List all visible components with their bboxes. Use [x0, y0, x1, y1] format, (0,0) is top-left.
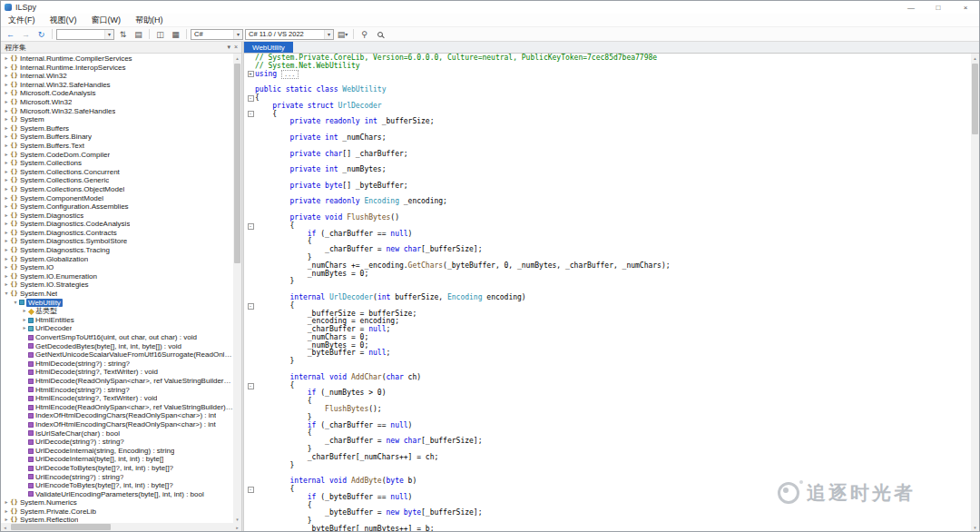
expander-icon[interactable]: ▸	[3, 64, 10, 73]
tree-item[interactable]: HtmlEncode(string?, TextWriter) : void	[1, 394, 233, 403]
tree-item[interactable]: ▸{}System.Collections.Generic	[1, 176, 233, 185]
tree-item[interactable]: ▸{}Internal.Runtime.CompilerServices	[1, 54, 233, 64]
fold-toggle-icon[interactable]: -	[248, 223, 254, 230]
tree-item[interactable]: ▸{}System.Collections.Concurrent	[1, 168, 233, 177]
expander-icon[interactable]: ▸	[3, 142, 10, 151]
maximize-button[interactable]: □	[925, 1, 952, 14]
expander-icon[interactable]: ▸	[3, 516, 10, 523]
tree-item[interactable]: ▸{}Microsoft.Win32	[1, 98, 233, 107]
menu-help[interactable]: 帮助(H)	[128, 15, 171, 26]
tree-item[interactable]: ▾{}System.Net	[1, 290, 233, 299]
expander-icon[interactable]: ▸	[3, 159, 10, 168]
fold-toggle-icon[interactable]: -	[248, 303, 254, 310]
expander-icon[interactable]: ▸	[21, 316, 28, 325]
sidebar-scrollbar-thumb[interactable]	[234, 64, 240, 263]
tree-item[interactable]: ▸{}System.Diagnostics	[1, 212, 233, 221]
sidebar-hscrollbar-thumb[interactable]	[11, 524, 111, 530]
tree-item[interactable]: ▸{}System.Diagnostics.CodeAnalysis	[1, 220, 233, 229]
tree-item[interactable]: ▸HtmlEntities	[1, 316, 233, 325]
fold-toggle-icon[interactable]: -	[248, 95, 254, 102]
fold-toggle-icon[interactable]: -	[248, 383, 254, 389]
language-version-dropdown-icon[interactable]: ▾	[324, 30, 333, 39]
back-button[interactable]: ←	[4, 28, 17, 40]
panel-collapse-icon[interactable]: ▾	[227, 44, 230, 51]
expander-icon[interactable]: ▸	[3, 176, 10, 185]
tree-item[interactable]: ▸{}System.IO.Strategies	[1, 281, 233, 290]
tree-item[interactable]: ▸{}System.Diagnostics.Tracing	[1, 246, 233, 255]
tree-item[interactable]: ▸{}Microsoft.CodeAnalysis	[1, 89, 233, 98]
language-select-dropdown-icon[interactable]: ▾	[233, 30, 242, 39]
scroll-right-icon[interactable]: ▸	[233, 523, 241, 531]
tree-item[interactable]: ▸{}System.Buffers.Text	[1, 142, 233, 151]
tree-item[interactable]: ▸{}System.Reflection	[1, 516, 233, 523]
close-button[interactable]: ×	[952, 1, 979, 14]
code-vertical-scrollbar[interactable]: ▴ ▾	[971, 54, 979, 531]
tree-item[interactable]: IndexOfHtmlEncodingChars(ReadOnlySpan<ch…	[1, 420, 233, 429]
search-combobox-dropdown-icon[interactable]: ▾	[104, 30, 113, 39]
menu-view[interactable]: 视图(V)	[43, 15, 84, 26]
expander-icon[interactable]: ▸	[3, 246, 10, 255]
expander-icon[interactable]: ▸	[3, 107, 10, 116]
tree-item[interactable]: ▸{}Microsoft.Win32.SafeHandles	[1, 107, 233, 116]
tree-item[interactable]: ▸{}Internal.Runtime.InteropServices	[1, 64, 233, 73]
code-scrollbar-thumb[interactable]	[972, 64, 978, 134]
panel-close-icon[interactable]: ×	[234, 44, 238, 51]
tree-item[interactable]: UrlDecode(string?) : string?	[1, 438, 233, 447]
fold-toggle-icon[interactable]: -	[248, 487, 254, 493]
tree-item[interactable]: ▸{}System.Diagnostics.Contracts	[1, 229, 233, 238]
expander-icon[interactable]: ▸	[3, 281, 10, 290]
forward-button[interactable]: →	[19, 28, 33, 40]
expander-icon[interactable]: ▸	[3, 255, 10, 264]
tree-item[interactable]: ▸{}System.Configuration.Assemblies	[1, 202, 233, 212]
tree-item[interactable]: HtmlDecode(string?) : string?	[1, 360, 233, 369]
expander-icon[interactable]: ▸	[3, 151, 10, 160]
expander-icon[interactable]: ▸	[3, 220, 10, 229]
expander-icon[interactable]: ▾	[12, 299, 19, 308]
fold-toggle-icon[interactable]: -	[248, 111, 254, 117]
scroll-left-icon[interactable]: ◂	[1, 523, 9, 531]
collapse-tree-button[interactable]: ▤	[132, 28, 145, 40]
tree-item[interactable]: ▸{}System.IO	[1, 263, 233, 272]
expander-icon[interactable]: ▸	[3, 212, 10, 221]
expander-icon[interactable]: ▸	[3, 98, 10, 107]
tree-item[interactable]: HtmlDecode(ReadOnlySpan<char>, ref Value…	[1, 377, 233, 386]
expander-icon[interactable]: ▸	[3, 272, 10, 281]
tree-item[interactable]: HtmlDecode(string?, TextWriter) : void	[1, 368, 233, 377]
tree-item[interactable]: ▸{}System.Private.CoreLib	[1, 507, 233, 517]
tree-item[interactable]: HtmlEncode(ReadOnlySpan<char>, ref Value…	[1, 403, 233, 412]
tree-item[interactable]: ▸{}System.IO.Enumeration	[1, 272, 233, 281]
tree-item[interactable]: UrlDecodeInternal(string, Encoding) : st…	[1, 447, 233, 456]
expander-icon[interactable]: ▸	[3, 72, 10, 81]
tree-item[interactable]: GetDecodedBytes(byte[], int, int, byte[]…	[1, 342, 233, 351]
tree-item[interactable]: ▸{}System.Globalization	[1, 255, 233, 264]
tree-item[interactable]: UrlEncode(string?) : string?	[1, 473, 233, 482]
debug-steps-button[interactable]: ⚲	[358, 28, 371, 40]
tree-item[interactable]: UrlEncodeToBytes(byte[]?, int, int) : by…	[1, 481, 233, 490]
scroll-down-icon[interactable]: ▾	[971, 523, 979, 531]
tree-item[interactable]: ▸{}System.Buffers.Binary	[1, 133, 233, 142]
reload-assemblies-button[interactable]: ▦	[169, 28, 182, 40]
options-dropdown-button[interactable]: ▤▾	[336, 28, 349, 40]
tree-item[interactable]: ▸{}System.Collections.ObjectModel	[1, 185, 233, 194]
scroll-up-icon[interactable]: ▴	[233, 54, 241, 62]
sidebar-horizontal-scrollbar[interactable]: ◂ ▸	[1, 523, 241, 531]
refresh-button[interactable]: ↻	[34, 28, 48, 40]
expander-icon[interactable]: ▸	[3, 81, 10, 90]
expander-icon[interactable]: ▸	[3, 202, 10, 212]
tree-item[interactable]: IsUrlSafeChar(char) : bool	[1, 429, 233, 438]
expander-icon[interactable]: ▸	[3, 133, 10, 142]
expander-icon[interactable]: ▸	[3, 507, 10, 517]
tree-item[interactable]: ▸UrlDecoder	[1, 324, 233, 333]
search-button[interactable]	[373, 28, 387, 40]
tree-item[interactable]: ▸{}Internal.Win32.SafeHandles	[1, 81, 233, 90]
sort-assemblies-button[interactable]: ⇅	[116, 28, 130, 40]
code-view[interactable]: // System.Private.CoreLib, Version=6.0.0…	[244, 54, 971, 531]
scroll-up-icon[interactable]: ▴	[971, 54, 979, 62]
expander-icon[interactable]: ▸	[3, 237, 10, 246]
menu-window[interactable]: 窗口(W)	[84, 15, 129, 26]
tree-item[interactable]: ▸{}System.Collections	[1, 159, 233, 168]
expander-icon[interactable]: ▸	[3, 263, 10, 272]
tree-item[interactable]: ▸{}Internal.Win32	[1, 72, 233, 81]
expander-icon[interactable]: ▸	[3, 498, 10, 507]
expander-icon[interactable]: ▾	[3, 290, 10, 299]
